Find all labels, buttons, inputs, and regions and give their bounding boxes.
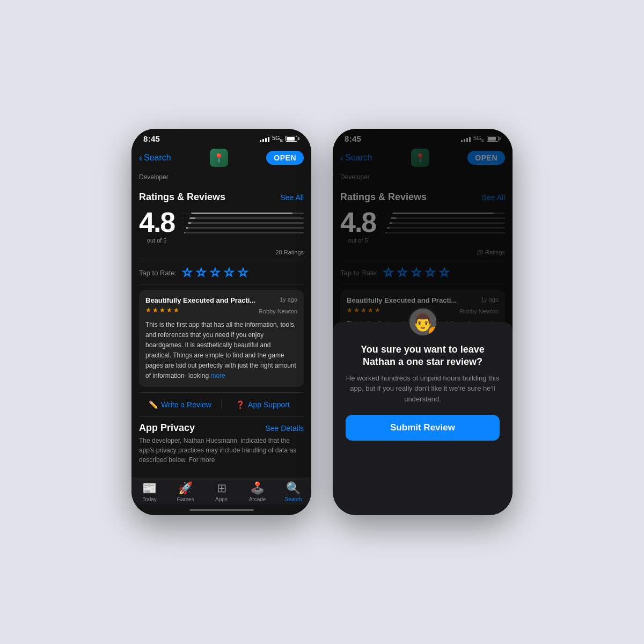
home-indicator-1 (131, 504, 311, 515)
status-time-1: 8:45 (143, 134, 160, 143)
scroll-content-1: Developer Ratings & Reviews See All 4.8 … (131, 170, 311, 478)
app-support-button-1[interactable]: ❓ App Support (222, 400, 304, 409)
tab-search-1[interactable]: 🔍 Search (275, 481, 311, 502)
developer-label-2: Developer (340, 170, 505, 184)
search-icon-1: 🔍 (286, 481, 301, 495)
tab-apps-1[interactable]: ⊞ Apps (203, 481, 239, 502)
apps-icon-1: ⊞ (217, 481, 226, 495)
tab-bar-1: 📰 Today 🚀 Games ⊞ Apps 🕹️ Arcade 🔍 Searc… (131, 478, 311, 504)
tab-apps-label-1: Apps (215, 496, 228, 502)
back-chevron-icon-1: ‹ (139, 153, 142, 163)
action-row-1: ✏️ Write a Review ❓ App Support (139, 392, 304, 417)
status-time-2: 8:45 (345, 134, 361, 143)
review-time-1: 1y ago (280, 296, 297, 303)
tab-arcade-label-1: Arcade (249, 496, 266, 502)
modal-avatar-2: 👨 ★ (408, 307, 438, 337)
ratings-title-1: Ratings & Reviews (139, 192, 225, 203)
star-5[interactable]: ☆ (238, 266, 248, 280)
phone-1-screen: 8:45 5GE ‹ Se (131, 129, 311, 515)
tab-arcade-1[interactable]: 🕹️ Arcade (239, 481, 275, 502)
battery-icon-2 (487, 136, 501, 142)
submit-review-button-2[interactable]: Submit Review (346, 415, 500, 441)
star-3[interactable]: ☆ (210, 266, 221, 280)
tab-search-label-1: Search (285, 496, 302, 502)
nav-center-1: 📍 (171, 149, 267, 167)
signal-type-1: 5GE (272, 135, 283, 143)
arcade-icon-1: 🕹️ (250, 481, 265, 495)
phone-2-screen: 8:45 5GE ‹ (333, 129, 513, 515)
tap-rate-row-1: Tap to Rate: ☆ ☆ ☆ ☆ ☆ (139, 261, 304, 284)
developer-label-1: Developer (139, 170, 304, 184)
privacy-header-1: App Privacy See Details (139, 422, 304, 434)
rating-area-1: 4.8 out of 5 · · · · · · · · · · · · (139, 208, 304, 244)
nav-bar-1: ‹ Search 📍 OPEN (131, 145, 311, 170)
tab-games-1[interactable]: 🚀 Games (167, 481, 203, 502)
ratings-header-1: Ratings & Reviews See All (139, 192, 304, 203)
rating-number-1: 4.8 (139, 208, 174, 236)
modal-title-2: You sure you want to leaveNathan a one s… (361, 343, 485, 369)
status-bar-1: 8:45 5GE (131, 129, 311, 145)
status-bar-2: 8:45 5GE (333, 129, 513, 145)
signal-bars-1 (260, 136, 269, 142)
review-body-1: This is the first app that has all the i… (145, 321, 296, 379)
ratings-count-1: 28 Ratings (139, 249, 304, 255)
review-header-1: Beautifully Executed and Practi... 1y ag… (145, 296, 297, 304)
rating-big-1: 4.8 out of 5 (139, 208, 174, 244)
status-icons-2: 5GE (461, 135, 501, 143)
back-button-2: ‹ Search (340, 153, 372, 163)
privacy-body-1: The developer, Nathan Huesmann, indicate… (139, 436, 304, 465)
back-label-1: Search (144, 153, 171, 163)
tab-today-label-1: Today (142, 496, 157, 502)
write-review-button-1[interactable]: ✏️ Write a Review (139, 400, 221, 409)
signal-bars-2 (461, 136, 471, 142)
phone-1: 8:45 5GE ‹ Se (131, 129, 311, 515)
see-details-1[interactable]: See Details (265, 424, 304, 433)
back-button-1[interactable]: ‹ Search (139, 153, 171, 163)
today-icon-1: 📰 (142, 481, 157, 495)
tap-rate-label-1: Tap to Rate: (139, 269, 177, 277)
signal-type-2: 5GE (473, 135, 484, 143)
review-title-1: Beautifully Executed and Practi... (145, 296, 280, 304)
modal-body-2: He worked hundreds of unpaid hours build… (346, 373, 500, 405)
battery-icon-1 (286, 136, 299, 142)
rating-out-of-1: out of 5 (147, 237, 167, 244)
tab-today-1[interactable]: 📰 Today (131, 481, 167, 502)
games-icon-1: 🚀 (178, 481, 193, 495)
review-more-1[interactable]: more (210, 372, 225, 379)
status-icons-1: 5GE (260, 135, 299, 143)
privacy-title-1: App Privacy (139, 422, 195, 434)
star-2[interactable]: ☆ (196, 266, 207, 280)
rating-bars-1: · · · · · · · · · · · · · · (181, 208, 304, 234)
tap-rate-stars-1[interactable]: ☆ ☆ ☆ ☆ ☆ (182, 266, 248, 280)
open-button-2: OPEN (467, 151, 505, 165)
nav-bar-2: ‹ Search 📍 OPEN (333, 145, 513, 170)
review-author-1: Robby Newton (259, 308, 297, 314)
see-all-ratings-1[interactable]: See All (280, 193, 304, 202)
write-icon-1: ✏️ (149, 400, 158, 409)
star-1[interactable]: ☆ (182, 266, 193, 280)
review-card-1: Beautifully Executed and Practi... 1y ag… (139, 290, 304, 387)
open-button-1[interactable]: OPEN (266, 151, 304, 165)
modal-star-badge-2: ★ (429, 327, 438, 336)
star-4[interactable]: ☆ (224, 266, 235, 280)
modal-overlay-2: 👨 ★ You sure you want to leaveNathan a o… (333, 322, 513, 515)
tab-games-label-1: Games (177, 496, 194, 502)
app-icon-1: 📍 (210, 149, 228, 167)
support-icon-1: ❓ (236, 400, 245, 409)
phone-2: 8:45 5GE ‹ (333, 129, 513, 515)
review-stars-1: ★ ★ ★ ★ ★ (145, 306, 179, 314)
review-row2-1: ★ ★ ★ ★ ★ Robby Newton (145, 306, 297, 316)
